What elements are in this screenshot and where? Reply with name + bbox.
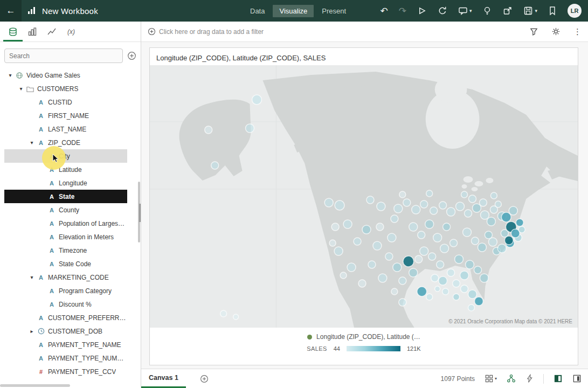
comments-icon[interactable]: ▾ <box>458 6 472 16</box>
add-filter-prompt[interactable]: Click here or drag data to add a filter <box>148 27 264 36</box>
map-bubble[interactable] <box>391 215 398 223</box>
map-bubble[interactable] <box>439 202 447 209</box>
toggle-right-panel-icon[interactable] <box>572 374 582 383</box>
map-bubble[interactable] <box>439 276 447 285</box>
visualization-card[interactable]: Longitude (ZIP_CODE), Latitude (ZIP_CODE… <box>149 47 578 365</box>
map-bubble[interactable] <box>430 207 438 214</box>
map-bubble[interactable] <box>368 261 376 268</box>
caret-down-icon[interactable]: ▾ <box>16 86 26 92</box>
panel-resize-handle[interactable] <box>139 204 141 222</box>
map-bubble[interactable] <box>331 223 339 231</box>
tree-item-marketing-code[interactable]: ▾AMARKETING_CODE <box>4 271 127 284</box>
tree-item-customer-preferre[interactable]: ACUSTOMER_PREFERRE… <box>4 311 127 324</box>
map-bubble[interactable] <box>376 223 384 231</box>
map-bubble[interactable] <box>504 236 513 245</box>
map-bubble[interactable] <box>347 263 356 272</box>
canvas-settings-gear-icon[interactable] <box>551 27 561 36</box>
bookmark-icon[interactable] <box>548 6 557 16</box>
kebab-menu-icon[interactable]: ⋮ <box>573 27 582 36</box>
add-canvas-icon[interactable] <box>200 375 209 383</box>
canvas-tab[interactable]: Canvas 1 <box>141 369 186 388</box>
map-bubble[interactable] <box>426 294 433 300</box>
map-bubble[interactable] <box>378 274 387 282</box>
map-bubble[interactable] <box>418 231 425 239</box>
toggle-left-panel-icon[interactable] <box>554 374 563 383</box>
redo-icon[interactable]: ↷ <box>399 6 406 16</box>
map-bubble[interactable] <box>501 212 511 222</box>
tab-data[interactable]: Data <box>244 5 271 17</box>
tree-item-payment-type-ccv[interactable]: #PAYMENT_TYPE_CCV <box>4 365 127 378</box>
map-bubble[interactable] <box>480 274 488 282</box>
map-bubble[interactable] <box>468 290 477 299</box>
map-bubble[interactable] <box>447 207 455 216</box>
map-bubble[interactable] <box>435 286 440 292</box>
tree-item-city[interactable]: ACity <box>4 149 127 163</box>
tree-item-custid[interactable]: ACUSTID <box>4 95 127 109</box>
user-avatar[interactable]: LR <box>568 4 582 18</box>
tree-item-state-code[interactable]: AState Code <box>4 257 127 271</box>
filter-funnel-icon[interactable] <box>529 27 538 36</box>
caret-right-icon[interactable]: ▸ <box>27 328 37 334</box>
caret-down-icon[interactable]: ▾ <box>27 140 37 146</box>
back-button[interactable]: ← <box>0 0 22 22</box>
map-bubble[interactable] <box>343 220 352 228</box>
add-data-icon[interactable] <box>127 51 136 60</box>
map-bubble[interactable] <box>428 253 436 260</box>
map-bubble[interactable] <box>468 304 475 311</box>
tab-visualize[interactable]: Visualize <box>273 5 314 17</box>
panel-tab-analytics[interactable] <box>42 22 61 41</box>
map-bubble[interactable] <box>420 200 428 208</box>
map-bubble[interactable] <box>474 297 483 306</box>
map-bubble[interactable] <box>205 126 212 134</box>
map-bubble[interactable] <box>252 95 262 105</box>
map-bubble[interactable] <box>334 247 343 255</box>
map-bubble[interactable] <box>362 225 371 234</box>
map-bubble[interactable] <box>495 201 501 207</box>
map-bubble[interactable] <box>211 162 219 169</box>
map-bubble[interactable] <box>246 124 254 133</box>
save-icon[interactable]: ▾ <box>523 6 537 16</box>
map-bubble[interactable] <box>480 211 489 219</box>
map-bubble[interactable] <box>453 294 460 300</box>
tree-item-video-game-sales[interactable]: ▾Video Game Sales <box>4 68 127 82</box>
map-bubble[interactable] <box>497 244 506 253</box>
tree-item-zip-code[interactable]: ▾AZIP_CODE <box>4 136 127 149</box>
map-bubble[interactable] <box>393 263 402 272</box>
map-visualization[interactable]: © 2021 Oracle Corporation Map data © 202… <box>150 65 578 328</box>
map-bubble[interactable] <box>366 196 374 204</box>
map-bubble[interactable] <box>358 280 366 287</box>
tree-item-latitude[interactable]: ALatitude <box>4 163 127 176</box>
map-bubble[interactable] <box>220 310 227 317</box>
map-bubble[interactable] <box>403 199 411 206</box>
map-bubble[interactable] <box>437 261 444 268</box>
search-input[interactable] <box>4 48 123 63</box>
sidebar-horizontal-scrollbar[interactable] <box>0 384 70 387</box>
tree-item-county[interactable]: ACounty <box>4 203 127 217</box>
map-bubble[interactable] <box>453 280 460 287</box>
tree-item-first-name[interactable]: AFIRST_NAME <box>4 109 127 122</box>
map-bubble[interactable] <box>460 271 469 280</box>
map-bubble[interactable] <box>447 269 455 276</box>
map-bubble[interactable] <box>474 266 481 274</box>
tree-item-payment-type-numb[interactable]: APAYMENT_TYPE_NUMB… <box>4 351 127 365</box>
tree-item-longitude[interactable]: ALongitude <box>4 176 127 190</box>
map-bubble[interactable] <box>409 268 418 277</box>
map-bubble[interactable] <box>516 219 523 226</box>
map-bubble[interactable] <box>479 199 487 206</box>
map-bubble[interactable] <box>385 253 393 260</box>
tree-item-customer-dob[interactable]: ▸CUSTOMER_DOB <box>4 324 127 338</box>
map-bubble[interactable] <box>417 287 427 296</box>
map-bubble[interactable] <box>478 243 486 252</box>
map-bubble[interactable] <box>433 233 442 242</box>
map-bubble[interactable] <box>233 314 239 320</box>
caret-down-icon[interactable]: ▾ <box>27 274 37 280</box>
map-bubble[interactable] <box>335 200 344 210</box>
preview-play-icon[interactable] <box>417 6 427 16</box>
map-bubble[interactable] <box>488 238 497 246</box>
legend-label[interactable]: Longitude (ZIP_CODE), Latitude (… <box>316 333 420 341</box>
map-bubble[interactable] <box>377 202 385 211</box>
map-bubble[interactable] <box>391 288 398 295</box>
tree-item-state[interactable]: AState <box>4 190 127 203</box>
map-bubble[interactable] <box>388 233 396 242</box>
tree-item-program-category[interactable]: AProgram Category <box>4 284 127 297</box>
